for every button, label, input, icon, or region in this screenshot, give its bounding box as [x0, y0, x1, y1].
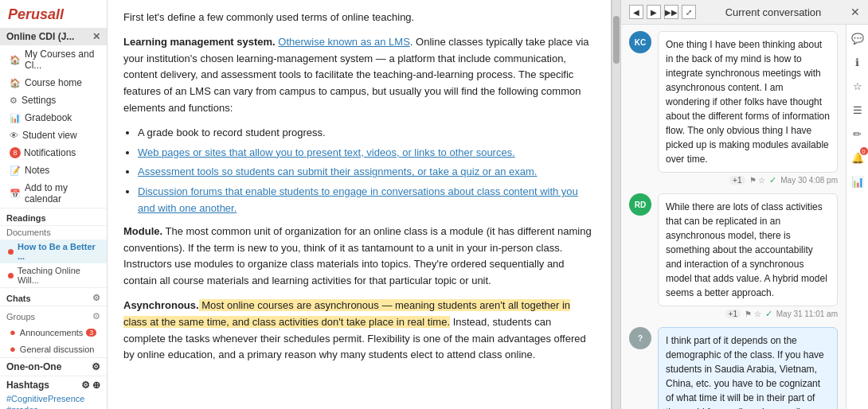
check-1: ✓ — [769, 175, 776, 185]
lms-paragraph: Learning management system. Otherwise kn… — [123, 34, 595, 117]
sidebar-item-notes[interactable]: 📝 Notes — [0, 162, 107, 179]
calendar-icon: 📅 — [10, 189, 21, 199]
nav-arrows: ◀ ▶ ▶▶ ⤢ — [629, 5, 696, 19]
sidebar: Perusall Online CDI (J... ✕ 🏠 My Courses… — [0, 0, 108, 409]
bubble-wrap-2: While there are lots of class activities… — [658, 193, 838, 319]
one-on-one-section: One-on-One ⚙ — [0, 357, 107, 376]
meta-icons-2: ⚑ ☆ — [745, 310, 761, 318]
edit-icon[interactable]: ✏ — [849, 125, 866, 142]
nav-next-button[interactable]: ▶▶ — [664, 5, 678, 19]
chat-meta-1: +1 ⚑ ☆ ✓ May 30 4:08 pm — [658, 175, 838, 185]
plus-one-1[interactable]: +1 — [729, 176, 745, 185]
main-content: First let's define a few commonly used t… — [108, 0, 612, 409]
sidebar-item-my-courses[interactable]: 🏠 My Courses and Cl... — [0, 45, 107, 74]
hashtag-cognitive[interactable]: #CognitivePresence — [6, 393, 100, 404]
list-icon[interactable]: ☰ — [849, 101, 866, 119]
module-paragraph: Module. The most common unit of organiza… — [123, 224, 595, 290]
hashtags-settings-icon[interactable]: ⚙ ⊕ — [81, 380, 100, 391]
star-icon[interactable]: ☆ — [849, 77, 866, 95]
chat-bubble-3: I think part of it depends on the demogr… — [658, 327, 838, 409]
readings-section-header: Readings — [0, 208, 107, 225]
async-bold: Asynchronous. — [123, 299, 199, 311]
hashtags-header: Hashtags ⚙ ⊕ — [6, 380, 100, 391]
bubble-wrap-3: I think part of it depends on the demogr… — [658, 327, 838, 409]
hashtags-section: Hashtags ⚙ ⊕ #CognitivePresence #grades … — [0, 376, 107, 409]
nav-play-button[interactable]: ▶ — [647, 5, 661, 19]
bullet-2: Web pages or sites that allow you to pre… — [138, 145, 595, 162]
close-course-button[interactable]: ✕ — [92, 31, 100, 42]
one-on-one-icon[interactable]: ⚙ — [92, 361, 100, 372]
panel-sidebar-icons: 💬 ℹ ☆ ☰ ✏ 🔔 0 📊 — [846, 25, 868, 409]
home-icon: 🏠 — [10, 55, 21, 65]
async-paragraph: Asynchronous. Most online courses are as… — [123, 298, 595, 364]
doc-dot-2 — [8, 273, 14, 279]
right-panel-header: ◀ ▶ ▶▶ ⤢ Current conversation ✕ — [621, 0, 868, 25]
groups-section-header: Groups ⚙ — [0, 306, 107, 324]
right-panel: ◀ ▶ ▶▶ ⤢ Current conversation ✕ KC One t… — [621, 0, 868, 409]
chat-bubble-2: While there are lots of class activities… — [658, 193, 838, 306]
chats-section-header: Chats ⚙ — [0, 287, 107, 306]
right-panel-body: KC One thing I have been thinking about … — [621, 25, 868, 409]
sidebar-item-course-home[interactable]: 🏠 Course home — [0, 74, 107, 92]
right-panel-title: Current conversation — [725, 6, 822, 18]
lms-link[interactable]: Otherwise known as an LMS — [278, 36, 409, 48]
bullet-1: A grade book to record student progress. — [138, 125, 595, 142]
course-header: Online CDI (J... ✕ — [0, 28, 107, 45]
date-1: May 30 4:08 pm — [780, 176, 838, 185]
sidebar-item-gradebook[interactable]: 📊 Gradebook — [0, 109, 107, 127]
chats-settings-icon[interactable]: ⚙ — [92, 293, 100, 303]
chat-bubble-1: One thing I have been thinking about in … — [658, 31, 838, 173]
notifications-badge: 8 — [10, 147, 21, 158]
student-view-icon: 👁 — [10, 130, 18, 140]
bullet-4: Discussion forums that enable students t… — [138, 184, 595, 217]
bubble-wrap-1: One thing I have been thinking about in … — [658, 31, 838, 185]
avatar-kc: KC — [629, 31, 651, 53]
group-announcements[interactable]: ● Announcements 3 — [0, 324, 107, 341]
bell-badge: 0 — [860, 147, 868, 155]
groups-settings-icon[interactable]: ⚙ — [92, 311, 100, 321]
right-panel-close-button[interactable]: ✕ — [850, 6, 860, 18]
course-home-icon: 🏠 — [10, 78, 21, 88]
intro-text: First let's define a few commonly used t… — [123, 10, 595, 26]
info-icon[interactable]: ℹ — [849, 53, 866, 71]
doc-item-1[interactable]: How to Be a Better ... — [0, 240, 107, 263]
scrollbar[interactable] — [612, 0, 621, 409]
documents-section-header: Documents — [0, 225, 107, 240]
nav-expand-button[interactable]: ⤢ — [682, 5, 696, 19]
notes-icon: 📝 — [10, 166, 21, 176]
chat-messages: KC One thing I have been thinking about … — [621, 25, 846, 409]
meta-icons-1: ⚑ ☆ — [749, 176, 766, 185]
sidebar-item-notifications[interactable]: 8 Notifications — [0, 144, 107, 162]
bell-icon[interactable]: 🔔 0 — [849, 149, 866, 166]
doc-dot-1 — [8, 249, 14, 255]
group-general[interactable]: ● General discussion — [0, 341, 107, 357]
plus-one-2[interactable]: +1 — [725, 310, 741, 318]
bullet-3: Assessment tools so students can submit … — [138, 164, 595, 181]
sidebar-item-settings[interactable]: ⚙ Settings — [0, 92, 107, 109]
general-bullet: ● — [10, 343, 16, 355]
date-2: May 31 11:01 am — [776, 310, 838, 318]
nav-prev-button[interactable]: ◀ — [629, 5, 643, 19]
sidebar-item-add-calendar[interactable]: 📅 Add to my calendar — [0, 179, 107, 208]
app-logo: Perusall — [0, 0, 107, 28]
doc-item-2[interactable]: Teaching Online Will... — [0, 263, 107, 287]
chat-area: KC One thing I have been thinking about … — [621, 25, 846, 409]
check-2: ✓ — [765, 309, 772, 319]
chat-message-1: KC One thing I have been thinking about … — [629, 31, 838, 185]
announcements-bullet: ● — [10, 326, 16, 338]
course-title: Online CDI (J... — [6, 31, 74, 42]
hashtag-grades[interactable]: #grades — [6, 404, 100, 409]
chat-meta-2: +1 ⚑ ☆ ✓ May 31 11:01 am — [658, 309, 838, 319]
comment-icon[interactable]: 💬 — [849, 29, 866, 47]
announcements-badge: 3 — [86, 329, 96, 337]
chat-message-3: ? I think part of it depends on the demo… — [629, 327, 838, 409]
module-bold: Module. — [123, 225, 162, 237]
sidebar-item-student-view[interactable]: 👁 Student view — [0, 127, 107, 144]
scroll-thumb[interactable] — [613, 16, 620, 64]
gradebook-icon: 📊 — [10, 113, 21, 123]
chart-icon[interactable]: 📊 — [849, 173, 866, 190]
settings-icon: ⚙ — [10, 95, 18, 106]
avatar-unknown: ? — [629, 327, 651, 349]
lms-bold: Learning management system. — [123, 36, 276, 48]
features-list: A grade book to record student progress.… — [138, 125, 595, 217]
